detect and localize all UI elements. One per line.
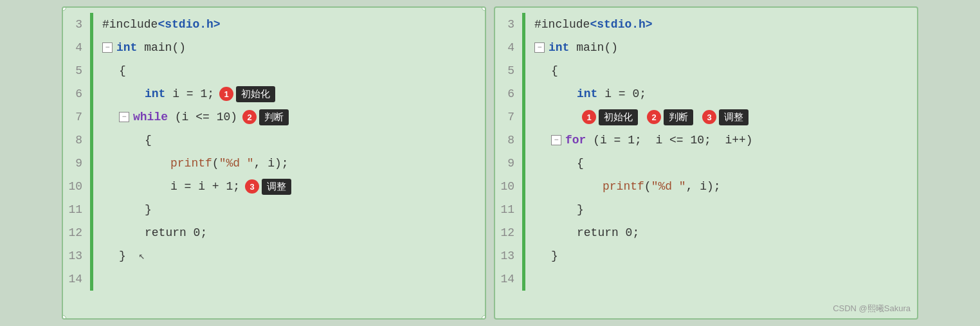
fold-button-for[interactable]: − <box>551 135 561 145</box>
left-code-panel: 3 #include <stdio.h> 4 − int main() 5 <box>62 6 486 320</box>
badge-num-2: 2 <box>242 110 257 124</box>
token: int <box>577 87 597 100</box>
token: main() <box>137 41 186 54</box>
badge-label-r-init: 初始化 <box>599 109 638 125</box>
token: i = 1; <box>165 87 214 100</box>
code-content: #include <stdio.h> <box>525 18 653 31</box>
token: } <box>119 249 126 262</box>
linenum: 7 <box>63 111 90 123</box>
code-content: int i = 0; <box>525 87 646 100</box>
code-content: } <box>525 249 558 262</box>
token: <stdio.h> <box>158 18 220 31</box>
left-code-body: 3 #include <stdio.h> 4 − int main() 5 <box>63 8 485 318</box>
token: , i); <box>686 180 721 193</box>
linenum: 12 <box>63 226 90 239</box>
code-content: } <box>93 203 152 216</box>
token: i = i + 1; <box>170 180 240 193</box>
linenum: 14 <box>63 273 90 285</box>
token: printf <box>603 180 644 193</box>
token: i = 0; <box>597 87 646 100</box>
watermark: CSDN @熙曦Sakura <box>833 303 911 314</box>
badge-wrap-1: 1 初始化 <box>219 86 275 102</box>
fold-button[interactable]: − <box>534 42 545 53</box>
code-content: − for (i = 1; i <= 10; i++) <box>525 134 753 147</box>
linenum: 9 <box>63 157 90 170</box>
token: int <box>145 87 165 100</box>
linenum: 13 <box>495 249 522 262</box>
token: { <box>577 157 584 170</box>
token: return 0; <box>145 226 207 239</box>
linenum: 6 <box>63 87 90 100</box>
code-content: return 0; <box>93 226 207 239</box>
badge-num-1: 1 <box>219 87 233 101</box>
line-5-left: 5 { <box>63 59 485 82</box>
linenum: 7 <box>495 111 522 123</box>
token: printf <box>170 157 212 170</box>
token: #include <box>534 18 590 31</box>
linenum: 10 <box>495 180 522 193</box>
badge-num-r1: 1 <box>582 110 596 124</box>
line-8-right: 8 − for (i = 1; i <= 10; i++) <box>495 129 917 152</box>
linenum: 4 <box>495 41 522 54</box>
code-content: { <box>525 157 584 170</box>
linenum: 11 <box>495 203 522 216</box>
fold-button-2[interactable]: − <box>119 112 129 122</box>
code-content: { <box>93 64 126 77</box>
badge-wrap-3: 3 调整 <box>245 179 291 195</box>
code-content: { <box>93 134 152 147</box>
code-content: 1 初始化 2 判断 3 调整 <box>525 109 749 125</box>
token: } <box>577 203 584 216</box>
token: int <box>549 41 569 54</box>
green-bar <box>522 267 525 291</box>
linenum: 5 <box>495 64 522 77</box>
token: for <box>565 134 586 147</box>
badge-wrap-r3: 3 调整 <box>702 109 749 125</box>
line-12-left: 12 return 0; <box>63 221 485 244</box>
token: , i); <box>254 157 289 170</box>
line-14-left: 14 <box>63 267 485 291</box>
green-bar <box>90 267 93 291</box>
token: { <box>119 64 126 77</box>
code-content: #include <stdio.h> <box>93 18 221 31</box>
line-4-left: 4 − int main() <box>63 36 485 59</box>
line-9-left: 9 printf ( "%d " , i); <box>63 152 485 175</box>
linenum: 11 <box>63 203 90 216</box>
token: while <box>133 111 168 123</box>
line-10-right: 10 printf ( "%d " , i); <box>495 175 917 198</box>
badge-num-r3: 3 <box>702 110 716 124</box>
linenum: 3 <box>495 18 522 31</box>
line-14-right: 14 <box>495 267 917 291</box>
badge-label-r-adjust: 调整 <box>719 109 749 125</box>
linenum: 8 <box>63 134 90 147</box>
line-7-right: 7 1 初始化 2 判断 3 调整 <box>495 105 917 129</box>
linenum: 12 <box>495 226 522 239</box>
fold-button[interactable]: − <box>102 42 113 53</box>
token: "%d " <box>219 157 254 170</box>
linenum: 3 <box>63 18 90 31</box>
linenum: 14 <box>495 273 522 285</box>
code-content: − while (i <= 10) 2 判断 <box>93 109 289 125</box>
cursor-arrow: ↖ <box>139 249 145 262</box>
linenum: 9 <box>495 157 522 170</box>
code-content: − int main() <box>525 41 618 54</box>
line-11-left: 11 } <box>63 198 485 221</box>
token: (i = 1; i <= 10; i++) <box>586 134 752 147</box>
code-content: { <box>525 64 558 77</box>
line-11-right: 11 } <box>495 198 917 221</box>
token: return 0; <box>577 226 639 239</box>
token: } <box>551 249 558 262</box>
line-9-right: 9 { <box>495 152 917 175</box>
badge-label-init: 初始化 <box>236 86 275 102</box>
line-12-right: 12 return 0; <box>495 221 917 244</box>
line-8-left: 8 { <box>63 129 485 152</box>
badge-label-judge: 判断 <box>259 109 289 125</box>
linenum: 6 <box>495 87 522 100</box>
token: { <box>145 134 152 147</box>
line-10-left: 10 i = i + 1; 3 调整 <box>63 175 485 198</box>
token: <stdio.h> <box>590 18 652 31</box>
code-content: return 0; <box>525 226 639 239</box>
main-container: 3 #include <stdio.h> 4 − int main() 5 <box>0 0 980 326</box>
line-5-right: 5 { <box>495 59 917 82</box>
line-13-left: 13 } ↖ <box>63 244 485 267</box>
line-7-left: 7 − while (i <= 10) 2 判断 <box>63 105 485 129</box>
